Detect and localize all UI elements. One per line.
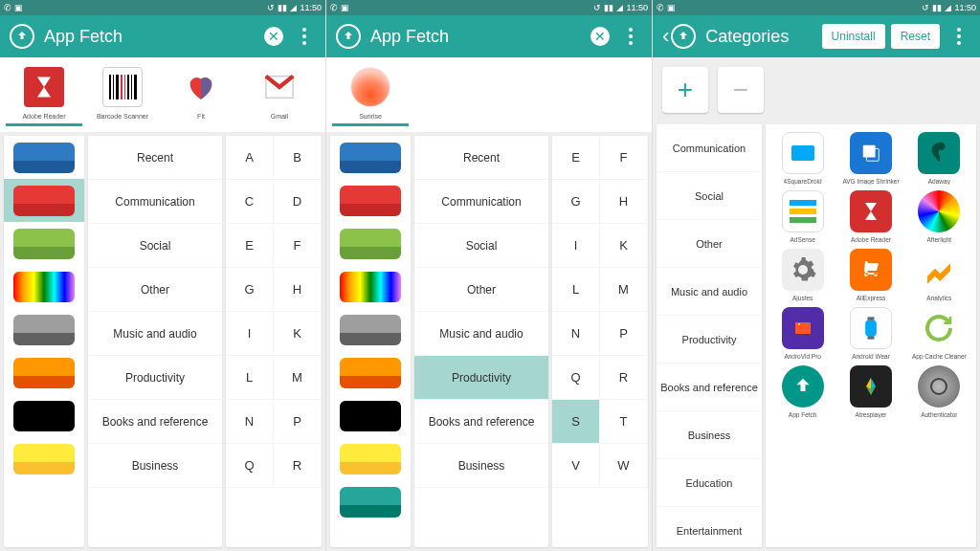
alpha-d[interactable]: D — [274, 180, 322, 224]
overflow-menu-button[interactable] — [293, 25, 316, 48]
cat-social[interactable]: Social — [657, 172, 762, 220]
cat-productivity[interactable]: Productivity — [88, 356, 222, 400]
color-rainbow[interactable] — [330, 265, 411, 308]
app-gmail[interactable]: Gmail — [241, 67, 318, 120]
alpha-k[interactable]: K — [600, 224, 648, 268]
cat-communication[interactable]: Communication — [414, 180, 548, 224]
alpha-m[interactable]: M — [274, 356, 322, 400]
cat-productivity[interactable]: Productivity — [414, 356, 548, 400]
cat-productivity[interactable]: Productivity — [657, 316, 762, 364]
app-aliexpress[interactable]: AliExpress — [837, 249, 903, 301]
app-cache-cleaner[interactable]: App Cache Cleaner — [906, 307, 972, 360]
uninstall-button[interactable]: Uninstall — [822, 24, 885, 49]
alpha-m[interactable]: M — [600, 268, 648, 312]
overflow-menu-button[interactable] — [619, 25, 642, 48]
cat-communication[interactable]: Communication — [88, 180, 222, 224]
color-black[interactable] — [330, 394, 411, 437]
back-icon[interactable]: ‹ — [662, 24, 669, 49]
overflow-menu-button[interactable] — [947, 25, 970, 48]
color-green[interactable] — [4, 222, 84, 265]
alpha-c[interactable]: C — [226, 180, 274, 224]
alpha-b[interactable]: B — [274, 136, 322, 180]
color-blue[interactable] — [330, 136, 411, 179]
close-button[interactable]: ✕ — [262, 25, 285, 48]
alpha-p[interactable]: P — [600, 312, 648, 356]
cat-music[interactable]: Music and audio — [88, 312, 222, 356]
app-appfetch[interactable]: App Fetch — [769, 365, 835, 418]
cat-recent[interactable]: Recent — [88, 136, 222, 180]
alpha-l[interactable]: L — [552, 268, 600, 312]
color-orange[interactable] — [330, 351, 411, 394]
cat-entertainment[interactable]: Entertainment — [657, 507, 762, 551]
color-black[interactable] — [4, 394, 84, 437]
cat-social[interactable]: Social — [88, 224, 222, 268]
cat-music[interactable]: Music and audio — [414, 312, 548, 356]
alpha-p[interactable]: P — [274, 400, 322, 444]
remove-button[interactable]: − — [718, 67, 764, 113]
alpha-v[interactable]: V — [552, 444, 600, 488]
color-green[interactable] — [330, 222, 411, 265]
app-sunrise[interactable]: Sunrise — [332, 67, 409, 120]
color-gray[interactable] — [4, 308, 84, 351]
alpha-i[interactable]: I — [552, 224, 600, 268]
alpha-e[interactable]: E — [226, 224, 274, 268]
color-yellow[interactable] — [4, 437, 84, 480]
alpha-h[interactable]: H — [274, 268, 322, 312]
color-gray[interactable] — [330, 308, 411, 351]
alpha-t[interactable]: T — [600, 400, 648, 444]
color-blue[interactable] — [4, 136, 84, 179]
cat-books[interactable]: Books and reference — [414, 400, 548, 444]
cat-education[interactable]: Education — [657, 459, 762, 507]
color-orange[interactable] — [4, 351, 84, 394]
app-adsense[interactable]: AdSense — [769, 190, 835, 243]
app-androvid[interactable]: AndroVid Pro — [769, 307, 835, 360]
alpha-n[interactable]: N — [226, 400, 274, 444]
alpha-f[interactable]: F — [274, 224, 322, 268]
app-adobe-reader[interactable]: Adobe Reader — [837, 190, 903, 243]
color-yellow[interactable] — [330, 437, 411, 480]
app-fit[interactable]: Fit — [163, 67, 239, 120]
alpha-s[interactable]: S — [552, 400, 600, 444]
cat-social[interactable]: Social — [414, 224, 548, 268]
app-afterlight[interactable]: Afterlight — [906, 190, 972, 243]
cat-books[interactable]: Books and reference — [88, 400, 222, 444]
alpha-n[interactable]: N — [552, 312, 600, 356]
reset-button[interactable]: Reset — [891, 24, 940, 49]
app-android-wear[interactable]: Android Wear — [837, 307, 903, 360]
cat-music[interactable]: Music and audio — [657, 268, 762, 316]
color-red[interactable] — [4, 179, 84, 222]
app-barcode-scanner[interactable]: Barcode Scanner — [84, 67, 161, 120]
alpha-q[interactable]: Q — [226, 444, 274, 488]
cat-other[interactable]: Other — [657, 220, 762, 268]
color-red[interactable] — [330, 179, 411, 222]
cat-other[interactable]: Other — [414, 268, 548, 312]
cat-business[interactable]: Business — [657, 411, 762, 459]
app-adaway[interactable]: Adaway — [906, 132, 972, 185]
cat-other[interactable]: Other — [88, 268, 222, 312]
app-adobe-reader[interactable]: Adobe Reader — [6, 67, 82, 120]
alpha-e[interactable]: E — [552, 136, 600, 180]
alpha-w[interactable]: W — [600, 444, 648, 488]
color-teal[interactable] — [330, 480, 411, 523]
alpha-h[interactable]: H — [600, 180, 648, 224]
alpha-q[interactable]: Q — [552, 356, 600, 400]
close-button[interactable]: ✕ — [589, 25, 612, 48]
alpha-r[interactable]: R — [274, 444, 322, 488]
alpha-i[interactable]: I — [226, 312, 274, 356]
app-avg[interactable]: AVG Image Shrinker — [837, 132, 903, 185]
alpha-g[interactable]: G — [552, 180, 600, 224]
alpha-g[interactable]: G — [226, 268, 274, 312]
cat-business[interactable]: Business — [88, 444, 222, 488]
cat-business[interactable]: Business — [414, 444, 548, 488]
cat-communication[interactable]: Communication — [657, 124, 762, 172]
alpha-a[interactable]: A — [226, 136, 274, 180]
add-button[interactable]: + — [662, 67, 708, 113]
cat-recent[interactable]: Recent — [414, 136, 548, 180]
alpha-l[interactable]: L — [226, 356, 274, 400]
app-analytics[interactable]: Analytics — [906, 249, 972, 301]
alpha-f[interactable]: F — [600, 136, 648, 180]
app-atresplayer[interactable]: Atresplayer — [837, 365, 903, 418]
alpha-k[interactable]: K — [274, 312, 322, 356]
app-authenticator[interactable]: Authenticator — [906, 365, 972, 418]
color-rainbow[interactable] — [4, 265, 84, 308]
